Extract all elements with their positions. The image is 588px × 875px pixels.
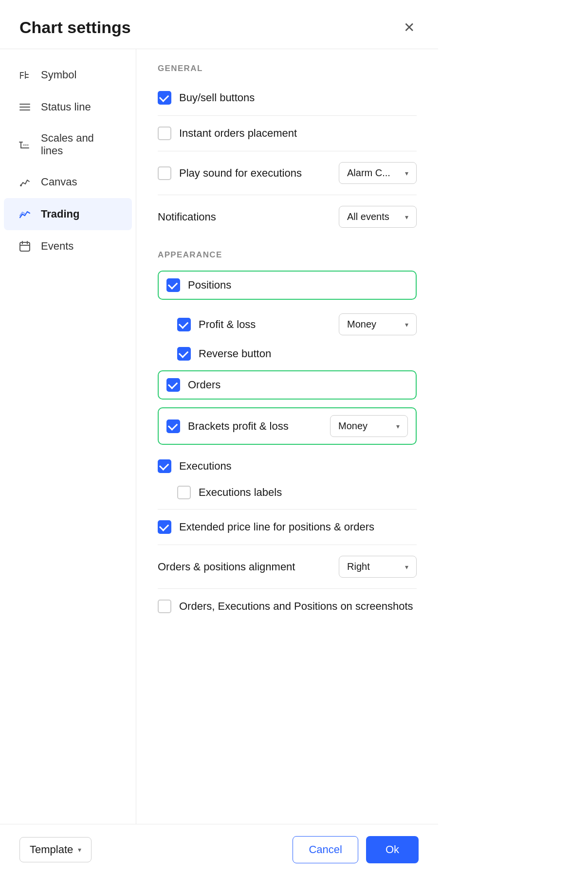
appearance-section: APPEARANCE Positions xyxy=(158,250,417,620)
reverse-button-row: Reverse button xyxy=(158,341,417,366)
buy-sell-checkbox[interactable] xyxy=(158,91,171,105)
profit-loss-dropdown[interactable]: Money ▾ xyxy=(339,313,417,335)
alarm-sound-dropdown[interactable]: Alarm C... ▾ xyxy=(339,162,417,184)
orders-highlight-row: Orders xyxy=(158,370,417,400)
divider-3 xyxy=(158,195,417,195)
alignment-chevron-icon: ▾ xyxy=(405,563,408,571)
brackets-checkbox[interactable] xyxy=(166,419,180,433)
divider-5 xyxy=(158,545,417,545)
sidebar-item-trading[interactable]: Trading xyxy=(4,198,132,230)
positions-left: Positions xyxy=(166,278,231,292)
executions-labels-row: Executions labels xyxy=(158,480,417,505)
sidebar-item-scales-and-lines[interactable]: Scales and lines xyxy=(4,123,132,166)
template-chevron-icon: ▾ xyxy=(78,846,81,854)
notifications-left: Notifications xyxy=(158,211,216,223)
footer-actions: Cancel Ok xyxy=(293,836,419,863)
play-sound-checkbox-box xyxy=(158,166,171,180)
instant-orders-left: Instant orders placement xyxy=(158,127,297,140)
canvas-icon xyxy=(18,175,32,189)
positions-label: Positions xyxy=(188,279,231,292)
extended-price-checkbox-box xyxy=(158,520,171,534)
buy-sell-label: Buy/sell buttons xyxy=(179,91,255,104)
sidebar-label-scales: Scales and lines xyxy=(41,132,118,157)
cancel-button[interactable]: Cancel xyxy=(293,836,358,863)
positions-checkbox[interactable] xyxy=(166,278,180,292)
sidebar-item-symbol[interactable]: Symbol xyxy=(4,59,132,91)
orders-checkbox[interactable] xyxy=(166,378,180,392)
reverse-button-checkbox[interactable] xyxy=(177,347,191,361)
screenshots-checkbox-box xyxy=(158,600,171,613)
profit-loss-value: Money xyxy=(347,319,376,330)
instant-orders-label: Instant orders placement xyxy=(179,127,297,140)
sidebar-item-status-line[interactable]: Status line xyxy=(4,91,132,123)
divider-4 xyxy=(158,509,417,510)
executions-labels-checkbox-box xyxy=(177,486,191,499)
instant-orders-row: Instant orders placement xyxy=(158,120,417,147)
profit-loss-left: Profit & loss xyxy=(177,318,256,331)
sidebar-item-events[interactable]: Events xyxy=(4,230,132,262)
executions-labels-left: Executions labels xyxy=(177,486,282,499)
buy-sell-left: Buy/sell buttons xyxy=(158,91,255,105)
sidebar-item-canvas[interactable]: Canvas xyxy=(4,166,132,198)
alignment-label: Orders & positions alignment xyxy=(158,561,295,573)
sidebar: Symbol Status line xyxy=(0,49,136,824)
sidebar-label-canvas: Canvas xyxy=(41,176,77,188)
instant-orders-checkbox[interactable] xyxy=(158,127,171,140)
brackets-dropdown[interactable]: Money ▾ xyxy=(330,415,408,437)
ok-button[interactable]: Ok xyxy=(366,836,419,863)
alignment-row: Orders & positions alignment Right ▾ xyxy=(158,549,417,584)
notifications-dropdown[interactable]: All events ▾ xyxy=(339,206,417,228)
play-sound-row: Play sound for executions Alarm C... ▾ xyxy=(158,155,417,191)
dialog-footer: Template ▾ Cancel Ok xyxy=(0,824,438,875)
orders-checkbox-box xyxy=(166,378,180,392)
extended-price-checkbox[interactable] xyxy=(158,520,171,534)
profit-loss-label: Profit & loss xyxy=(199,318,256,331)
orders-label: Orders xyxy=(188,379,220,391)
sidebar-label-events: Events xyxy=(41,240,74,253)
notifications-label: Notifications xyxy=(158,211,216,223)
profit-loss-checkbox-box xyxy=(177,318,191,331)
executions-labels-label: Executions labels xyxy=(199,486,282,499)
orders-left: Orders xyxy=(166,378,220,392)
general-section-title: GENERAL xyxy=(158,64,417,73)
executions-checkbox[interactable] xyxy=(158,459,171,473)
brackets-highlight-row: Brackets profit & loss Money ▾ xyxy=(158,407,417,445)
brackets-value: Money xyxy=(338,420,368,432)
chart-settings-dialog: Chart settings ✕ Symbol xyxy=(0,0,438,875)
general-section: GENERAL Buy/sell buttons xyxy=(158,64,417,235)
divider-6 xyxy=(158,588,417,589)
executions-checkbox-box xyxy=(158,459,171,473)
executions-label: Executions xyxy=(179,460,232,473)
profit-loss-chevron-icon: ▾ xyxy=(405,321,408,328)
dialog-body: Symbol Status line xyxy=(0,49,438,824)
sidebar-label-status-line: Status line xyxy=(41,101,91,113)
extended-price-row: Extended price line for positions & orde… xyxy=(158,513,417,541)
screenshots-label: Orders, Executions and Positions on scre… xyxy=(179,600,413,613)
play-sound-checkbox[interactable] xyxy=(158,166,171,180)
symbol-icon xyxy=(18,68,32,82)
reverse-button-left: Reverse button xyxy=(177,347,271,361)
svg-rect-14 xyxy=(20,242,30,251)
brackets-checkbox-box xyxy=(166,419,180,433)
instant-orders-checkbox-box xyxy=(158,127,171,140)
screenshots-checkbox[interactable] xyxy=(158,600,171,613)
alignment-dropdown[interactable]: Right ▾ xyxy=(339,556,417,578)
scales-icon xyxy=(18,137,32,152)
status-line-icon xyxy=(18,100,32,114)
close-button[interactable]: ✕ xyxy=(399,18,419,37)
profit-loss-checkbox[interactable] xyxy=(177,318,191,331)
divider-1 xyxy=(158,115,417,116)
brackets-chevron-icon: ▾ xyxy=(396,422,400,430)
positions-row: Positions xyxy=(166,278,408,292)
notifications-value: All events xyxy=(347,211,389,222)
extended-price-left: Extended price line for positions & orde… xyxy=(158,520,374,534)
brackets-left: Brackets profit & loss xyxy=(166,419,289,433)
executions-labels-checkbox[interactable] xyxy=(177,486,191,499)
screenshots-left: Orders, Executions and Positions on scre… xyxy=(158,600,413,613)
template-button[interactable]: Template ▾ xyxy=(19,837,92,862)
positions-checkbox-box xyxy=(166,278,180,292)
dialog-title: Chart settings xyxy=(19,18,131,37)
alignment-left: Orders & positions alignment xyxy=(158,561,295,573)
notifications-row: Notifications All events ▾ xyxy=(158,199,417,235)
screenshots-row: Orders, Executions and Positions on scre… xyxy=(158,593,417,620)
